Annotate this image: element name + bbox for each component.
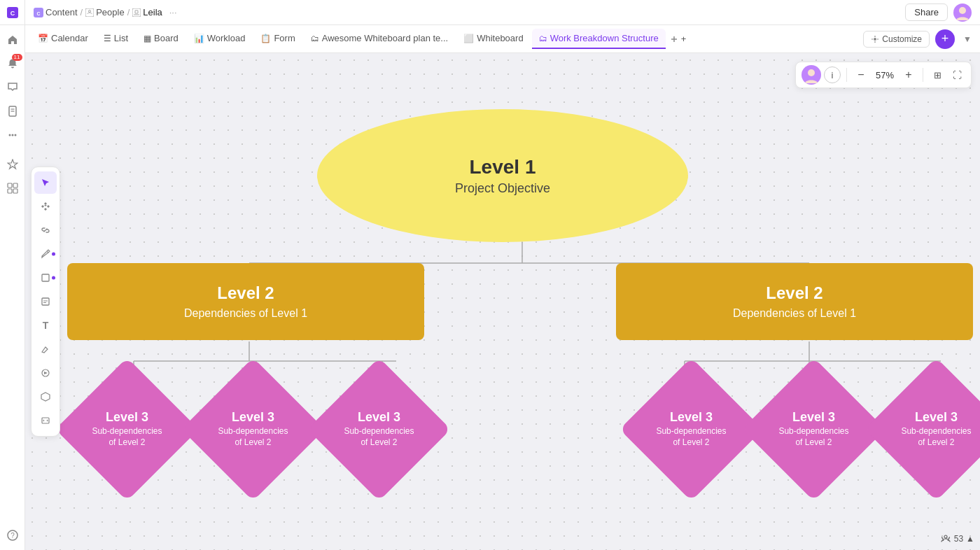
level2-left-node[interactable]: Level 2 Dependencies of Level 1 bbox=[67, 263, 424, 340]
level3-left-3[interactable]: Level 3 Sub-dependenciesof Level 2 bbox=[321, 372, 437, 487]
svg-point-22 bbox=[874, 38, 876, 41]
tab-wbs[interactable]: 🗂 Work Breakdown Structure bbox=[532, 29, 666, 49]
level3-right-3-sub: Sub-dependenciesof Level 2 bbox=[901, 426, 971, 448]
sidebar-item-inbox[interactable] bbox=[1, 76, 24, 99]
sidebar-item-spaces[interactable] bbox=[1, 177, 24, 199]
topbar: C Content / People / Leila ··· Share bbox=[25, 0, 980, 25]
calendar-icon: 📅 bbox=[38, 34, 48, 43]
customize-button[interactable]: Customize bbox=[863, 31, 930, 48]
level2-right-subtitle: Dependencies of Level 1 bbox=[733, 307, 856, 320]
level3-left-2[interactable]: Level 3 Sub-dependenciesof Level 2 bbox=[195, 372, 311, 487]
zoom-divider-2 bbox=[923, 68, 923, 82]
media-tool[interactable] bbox=[34, 362, 57, 384]
breadcrumb-people[interactable]: People bbox=[85, 7, 124, 17]
add-view-button[interactable]: + bbox=[935, 29, 955, 49]
breadcrumb: C Content / People / Leila bbox=[34, 7, 162, 17]
share-button[interactable]: Share bbox=[905, 3, 948, 21]
user-avatar-canvas[interactable] bbox=[802, 65, 821, 85]
level3-right-2-title: Level 3 bbox=[792, 410, 835, 425]
more-options-button[interactable]: ··· bbox=[169, 7, 177, 17]
customize-icon bbox=[871, 35, 879, 43]
level1-title: Level 1 bbox=[470, 156, 536, 178]
avatar[interactable] bbox=[953, 3, 972, 22]
topbar-right: Share bbox=[905, 3, 972, 22]
tabbar: 📅 Calendar ☰ List ▦ Board 📊 Workload 📋 F… bbox=[25, 25, 980, 53]
form-icon: 📋 bbox=[260, 34, 271, 43]
user-count: 53 bbox=[954, 534, 963, 544]
level3-right-1-title: Level 3 bbox=[670, 410, 713, 425]
main-area: C Content / People / Leila ··· Share 📅 bbox=[25, 0, 980, 550]
add-tab-area: + bbox=[670, 34, 687, 44]
breadcrumb-item-leila[interactable]: Leila bbox=[143, 7, 162, 17]
svg-text:C: C bbox=[10, 10, 15, 17]
level1-node[interactable]: Level 1 Project Objective bbox=[317, 109, 688, 242]
level2-right-node[interactable]: Level 2 Dependencies of Level 1 bbox=[616, 263, 973, 340]
level3-left-2-title: Level 3 bbox=[232, 410, 274, 425]
tab-whiteboard-plan-label: Awesome Whiteboard plan te... bbox=[322, 33, 448, 43]
sidebar-item-favorites[interactable] bbox=[1, 153, 24, 176]
grab-tool[interactable] bbox=[34, 195, 57, 218]
sticky-tool[interactable] bbox=[34, 290, 57, 313]
eraser-tool[interactable] bbox=[34, 338, 57, 360]
sidebar-item-home[interactable] bbox=[1, 29, 24, 51]
tab-whiteboard[interactable]: ⬜ Whiteboard bbox=[456, 29, 530, 49]
tab-list[interactable]: ☰ List bbox=[97, 29, 135, 49]
tab-workload[interactable]: 📊 Workload bbox=[187, 29, 253, 49]
svg-rect-18 bbox=[132, 8, 141, 17]
sidebar-item-more[interactable] bbox=[1, 124, 24, 146]
tab-board[interactable]: ▦ Board bbox=[136, 29, 186, 49]
breadcrumb-leila[interactable]: Leila bbox=[132, 7, 162, 17]
shapes-tool[interactable] bbox=[34, 267, 57, 289]
level3-left-3-sub: Sub-dependenciesof Level 2 bbox=[344, 426, 414, 448]
select-tool[interactable] bbox=[34, 171, 57, 194]
workload-icon: 📊 bbox=[194, 34, 204, 43]
tab-scroll-chevron[interactable]: ▼ bbox=[960, 32, 974, 46]
svg-point-19 bbox=[959, 7, 966, 14]
pen-tool[interactable] bbox=[34, 243, 57, 265]
svg-rect-25 bbox=[42, 298, 49, 305]
wbs-icon: 🗂 bbox=[539, 34, 547, 43]
level3-right-2[interactable]: Level 3 Sub-dependenciesof Level 2 bbox=[756, 372, 872, 487]
breadcrumb-content: C Content bbox=[34, 7, 78, 17]
customize-label: Customize bbox=[882, 34, 922, 44]
link-tool[interactable] bbox=[34, 219, 57, 241]
svg-point-5 bbox=[8, 134, 10, 136]
breadcrumb-item-people[interactable]: People bbox=[96, 7, 124, 17]
sidebar-item-help[interactable]: ? bbox=[1, 524, 24, 547]
info-button[interactable]: i bbox=[824, 66, 841, 83]
tabbar-right: Customize + ▼ bbox=[863, 29, 974, 49]
level3-right-1[interactable]: Level 3 Sub-dependenciesof Level 2 bbox=[634, 372, 749, 487]
zoom-out-button[interactable]: − bbox=[853, 66, 869, 83]
notification-badge: 11 bbox=[12, 54, 22, 61]
tab-calendar[interactable]: 📅 Calendar bbox=[31, 29, 95, 49]
level3-left-1-title: Level 3 bbox=[106, 410, 148, 425]
tab-workload-label: Workload bbox=[207, 33, 246, 43]
svg-point-7 bbox=[14, 134, 16, 136]
zoom-fit-button[interactable]: ⊞ bbox=[929, 66, 946, 83]
tab-whiteboard-plan[interactable]: 🗂 Awesome Whiteboard plan te... bbox=[304, 29, 455, 49]
tab-calendar-label: Calendar bbox=[51, 33, 88, 43]
text-tool[interactable]: T bbox=[34, 314, 57, 337]
svg-point-17 bbox=[89, 10, 91, 12]
sidebar-item-notifications[interactable]: 11 bbox=[1, 52, 24, 75]
wbs-diagram: Level 1 Project Objective Level 2 Depend… bbox=[25, 53, 980, 550]
board-icon: ▦ bbox=[144, 34, 151, 43]
zoom-in-button[interactable]: + bbox=[900, 66, 917, 83]
embed-tool[interactable] bbox=[34, 409, 57, 432]
zoom-divider bbox=[846, 68, 847, 82]
sidebar-item-docs[interactable] bbox=[1, 100, 24, 122]
tab-form[interactable]: 📋 Form bbox=[253, 29, 302, 49]
sidebar: C 11 ? bbox=[0, 0, 25, 550]
level3-right-1-sub: Sub-dependenciesof Level 2 bbox=[656, 426, 726, 448]
components-tool[interactable] bbox=[34, 386, 57, 408]
chevron-up-icon[interactable]: ▲ bbox=[966, 534, 974, 544]
level3-right-2-sub: Sub-dependenciesof Level 2 bbox=[778, 426, 848, 448]
level3-left-1[interactable]: Level 3 Sub-dependenciesof Level 2 bbox=[69, 372, 185, 487]
zoom-fullscreen-button[interactable]: ⛶ bbox=[948, 66, 965, 83]
app-logo[interactable]: C bbox=[0, 0, 25, 25]
level3-left-3-title: Level 3 bbox=[358, 410, 400, 425]
tab-wbs-label: Work Breakdown Structure bbox=[550, 33, 659, 43]
level3-right-3[interactable]: Level 3 Sub-dependenciesof Level 2 bbox=[878, 372, 980, 487]
canvas-area: i − 57% + ⊞ ⛶ bbox=[25, 53, 980, 550]
add-tab-label[interactable]: + bbox=[681, 34, 687, 44]
